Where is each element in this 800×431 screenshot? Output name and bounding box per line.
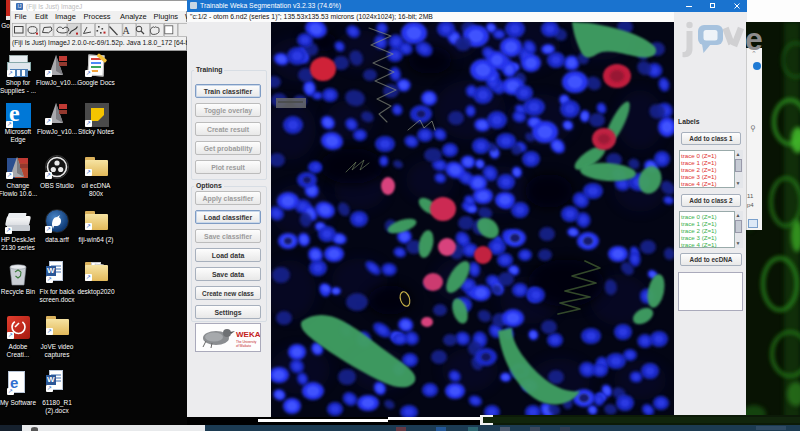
svg-text:of Waikato: of Waikato [236,344,251,348]
svg-text:e: e [745,21,763,57]
svg-text:WEKA: WEKA [236,330,260,339]
svg-text:A: A [123,25,131,36]
